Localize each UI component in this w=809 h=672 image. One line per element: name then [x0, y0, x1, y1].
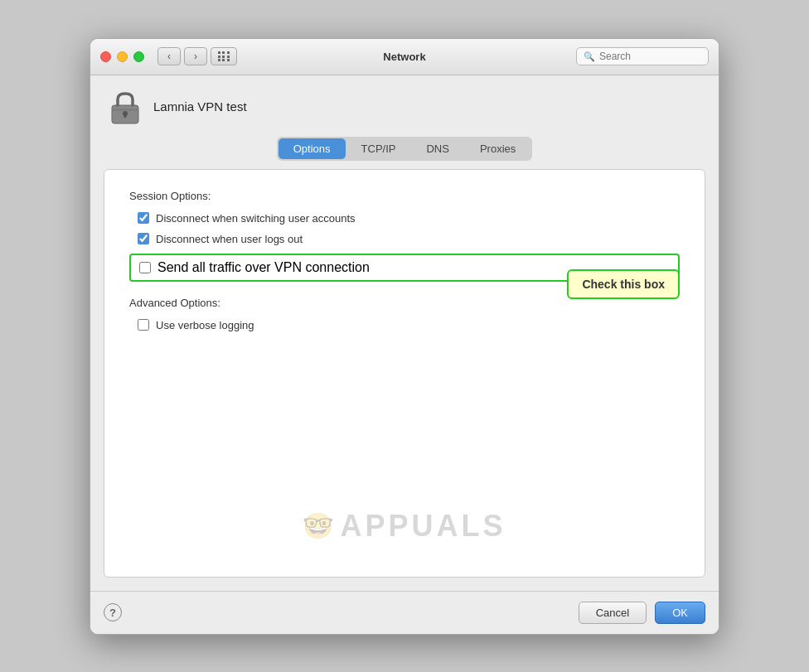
maximize-button[interactable]: [133, 51, 144, 62]
traffic-lights: [100, 51, 144, 62]
network-window: ‹ › Network 🔍: [90, 38, 719, 635]
label-send-traffic: Send all traffic over VPN connection: [157, 260, 370, 275]
ok-button[interactable]: OK: [655, 602, 705, 624]
search-icon: 🔍: [584, 51, 595, 62]
tabs: Options TCP/IP DNS Proxies: [277, 137, 533, 161]
label-verbose-logging: Use verbose logging: [156, 319, 254, 331]
option-disconnect-logout: Disconnect when user logs out: [129, 233, 680, 245]
forward-button[interactable]: ›: [184, 47, 207, 65]
bottom-bar: ? Cancel OK: [90, 591, 719, 634]
tabs-container: Options TCP/IP DNS Proxies: [104, 137, 705, 161]
svg-rect-2: [124, 114, 127, 118]
back-button[interactable]: ‹: [157, 47, 181, 65]
cancel-button[interactable]: Cancel: [579, 602, 647, 624]
session-options-title: Session Options:: [129, 190, 680, 202]
window-title: Network: [383, 51, 425, 63]
minimize-button[interactable]: [117, 51, 128, 62]
search-input[interactable]: [599, 51, 701, 62]
label-disconnect-logout: Disconnect when user logs out: [156, 233, 303, 245]
svg-rect-3: [112, 109, 138, 111]
checkbox-disconnect-switching[interactable]: [138, 212, 149, 224]
vpn-icon: [107, 89, 143, 125]
tab-dns[interactable]: DNS: [411, 138, 463, 159]
checkbox-send-traffic[interactable]: [139, 262, 151, 273]
close-button[interactable]: [100, 51, 111, 62]
option-disconnect-switching: Disconnect when switching user accounts: [129, 212, 680, 225]
grid-button[interactable]: [211, 47, 237, 65]
watermark: 🤓 APPUALS: [303, 509, 506, 544]
nav-buttons: ‹ ›: [157, 47, 207, 65]
vpn-name: Lamnia VPN test: [153, 99, 247, 114]
label-disconnect-switching: Disconnect when switching user accounts: [156, 212, 356, 225]
option-verbose-logging: Use verbose logging: [129, 319, 680, 331]
checkbox-disconnect-logout[interactable]: [138, 233, 149, 244]
action-buttons: Cancel OK: [579, 602, 705, 624]
checkbox-verbose-logging[interactable]: [138, 319, 149, 331]
tab-options[interactable]: Options: [279, 138, 346, 159]
titlebar: ‹ › Network 🔍: [90, 39, 719, 75]
help-button[interactable]: ?: [104, 603, 122, 621]
search-bar[interactable]: 🔍: [576, 47, 709, 65]
tooltip-text: Check this box: [582, 278, 665, 291]
main-content: Lamnia VPN test Options TCP/IP DNS Proxi…: [90, 75, 719, 591]
grid-icon: [218, 51, 230, 61]
options-panel: Session Options: Disconnect when switchi…: [104, 169, 705, 578]
tooltip: Check this box: [567, 269, 680, 299]
tab-tcpip[interactable]: TCP/IP: [346, 138, 411, 159]
vpn-header: Lamnia VPN test: [104, 89, 705, 125]
tab-proxies[interactable]: Proxies: [465, 138, 530, 159]
